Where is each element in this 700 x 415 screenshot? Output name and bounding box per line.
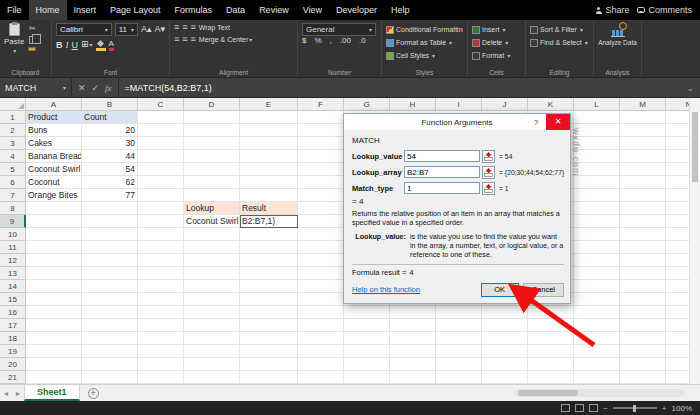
cell-C1[interactable] [138, 111, 184, 124]
font-color-icon[interactable]: A [109, 39, 114, 51]
align-center-icon[interactable]: ≡ [182, 35, 187, 44]
cell-E6[interactable] [240, 176, 298, 189]
cell-L21[interactable] [574, 371, 620, 384]
cell-F19[interactable] [298, 345, 344, 358]
cell-A11[interactable] [26, 241, 82, 254]
cell-C16[interactable] [138, 306, 184, 319]
normal-view-icon[interactable] [561, 404, 570, 412]
cell-I16[interactable] [436, 306, 482, 319]
cell-D14[interactable] [184, 280, 240, 293]
cell-C17[interactable] [138, 319, 184, 332]
cell-L11[interactable] [574, 241, 620, 254]
cell-M11[interactable] [620, 241, 666, 254]
cell-A19[interactable] [26, 345, 82, 358]
tab-formulas[interactable]: Formulas [168, 0, 220, 20]
zoom-out-icon[interactable]: − [603, 404, 608, 413]
cell-J21[interactable] [482, 371, 528, 384]
borders-icon[interactable]: ⊞▾ [81, 39, 93, 51]
cell-C18[interactable] [138, 332, 184, 345]
cell-K21[interactable] [528, 371, 574, 384]
tab-insert[interactable]: Insert [67, 0, 104, 20]
cell-E15[interactable] [240, 293, 298, 306]
cell-A6[interactable]: Coconut [26, 176, 82, 189]
cell-M3[interactable] [620, 137, 666, 150]
cell-B14[interactable] [82, 280, 138, 293]
cell-D13[interactable] [184, 267, 240, 280]
dialog-title-bar[interactable]: Function Arguments ? ✕ [344, 114, 570, 130]
row-header-5[interactable]: 5 [0, 163, 26, 176]
cell-G17[interactable] [344, 319, 390, 332]
cell-D10[interactable] [184, 228, 240, 241]
enter-entry-icon[interactable]: ✓ [92, 83, 100, 93]
cut-icon[interactable]: ✂ [29, 25, 36, 33]
cell-L1[interactable] [574, 111, 620, 124]
column-header-M[interactable]: M [620, 98, 666, 111]
row-header-21[interactable]: 21 [0, 371, 26, 384]
cell-C11[interactable] [138, 241, 184, 254]
cell-A4[interactable]: Banana Bread [26, 150, 82, 163]
decrease-decimal-icon[interactable]: .0 [359, 36, 366, 45]
cell-E11[interactable] [240, 241, 298, 254]
cell-M18[interactable] [620, 332, 666, 345]
cell-M2[interactable] [620, 124, 666, 137]
cancel-entry-icon[interactable]: ✕ [78, 83, 86, 93]
cell-E1[interactable] [240, 111, 298, 124]
ribbon-button-conditional-formatting[interactable]: Conditional Formatting▾ [386, 23, 463, 36]
row-header-8[interactable]: 8 [0, 202, 26, 215]
column-header-J[interactable]: J [482, 98, 528, 111]
cell-A1[interactable]: Product [26, 111, 82, 124]
cell-C3[interactable] [138, 137, 184, 150]
cell-L8[interactable] [574, 202, 620, 215]
cell-L16[interactable] [574, 306, 620, 319]
ribbon-button-format-as-table[interactable]: Format as Table▾ [386, 36, 463, 49]
cell-D4[interactable] [184, 150, 240, 163]
cell-D20[interactable] [184, 358, 240, 371]
row-header-18[interactable]: 18 [0, 332, 26, 345]
number-format-select[interactable]: General▾ [302, 23, 376, 36]
cell-F16[interactable] [298, 306, 344, 319]
decrease-font-size-icon[interactable]: A▾ [154, 24, 165, 35]
percent-format-icon[interactable]: % [314, 36, 321, 45]
cell-H20[interactable] [390, 358, 436, 371]
cell-F10[interactable] [298, 228, 344, 241]
row-header-1[interactable]: 1 [0, 111, 26, 124]
ribbon-button-format[interactable]: Format▾ [472, 49, 521, 62]
cell-B20[interactable] [82, 358, 138, 371]
column-header-G[interactable]: G [344, 98, 390, 111]
cell-C8[interactable] [138, 202, 184, 215]
share-button[interactable]: Share [595, 5, 629, 15]
analyze-data-button[interactable]: Analyze Data [598, 23, 637, 46]
cell-D3[interactable] [184, 137, 240, 150]
page-break-view-icon[interactable] [589, 404, 598, 412]
cell-L17[interactable] [574, 319, 620, 332]
cell-L9[interactable] [574, 215, 620, 228]
cell-F21[interactable] [298, 371, 344, 384]
cell-A8[interactable] [26, 202, 82, 215]
cell-I20[interactable] [436, 358, 482, 371]
cell-C5[interactable] [138, 163, 184, 176]
cell-M20[interactable] [620, 358, 666, 371]
cell-D19[interactable] [184, 345, 240, 358]
paste-button[interactable]: Paste ▾ [4, 23, 24, 54]
vertical-scrollbar[interactable] [689, 98, 700, 384]
cell-F12[interactable] [298, 254, 344, 267]
row-header-12[interactable]: 12 [0, 254, 26, 267]
cell-F15[interactable] [298, 293, 344, 306]
cell-B12[interactable] [82, 254, 138, 267]
column-header-D[interactable]: D [184, 98, 240, 111]
cell-E19[interactable] [240, 345, 298, 358]
cell-F6[interactable] [298, 176, 344, 189]
align-bottom-icon[interactable]: ≡ [191, 23, 196, 32]
new-sheet-button[interactable]: + [88, 388, 99, 399]
cell-E14[interactable] [240, 280, 298, 293]
comments-button[interactable]: Comments [637, 5, 692, 15]
ribbon-button-find-select[interactable]: Find & Select▾ [530, 36, 589, 49]
select-all-corner[interactable] [0, 98, 26, 111]
cell-E20[interactable] [240, 358, 298, 371]
cell-E13[interactable] [240, 267, 298, 280]
horizontal-scrollbar-thumb[interactable] [518, 390, 578, 396]
italic-button[interactable]: I [66, 40, 69, 51]
cancel-button[interactable]: Cancel [523, 283, 564, 297]
column-header-B[interactable]: B [82, 98, 138, 111]
cell-F8[interactable] [298, 202, 344, 215]
